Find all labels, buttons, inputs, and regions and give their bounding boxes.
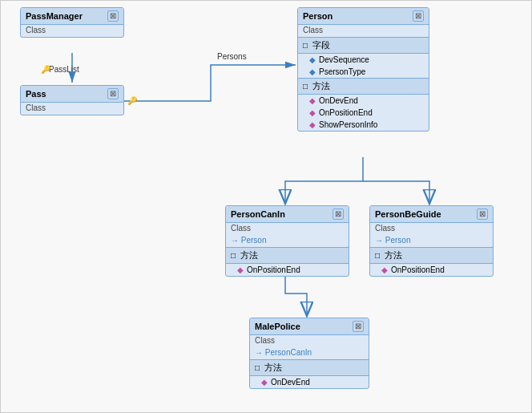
- pass-header: Pass ⊠: [21, 86, 123, 103]
- field-icon-1: ◆: [309, 55, 316, 64]
- personbeguide-methods-header: □ 方法: [370, 247, 493, 264]
- method-icon-3: ◆: [309, 120, 316, 129]
- passmanager-title: PassManager: [26, 11, 83, 21]
- svg-text:🔑: 🔑: [127, 95, 138, 106]
- person-fields-label: 字段: [312, 39, 330, 51]
- pass-collapse-btn[interactable]: ⊠: [107, 88, 119, 99]
- person-method-ondevend: ◆ OnDevEnd: [298, 95, 429, 107]
- personcanin-collapse-btn[interactable]: ⊠: [332, 209, 344, 220]
- personcanin-box: PersonCanIn ⊠ Class → Person □ 方法 ◆ OnPo…: [225, 205, 349, 277]
- person-field-devsequence: ◆ DevSequence: [298, 54, 429, 66]
- pass-box: Pass ⊠ Class: [20, 85, 124, 115]
- personcanin-title: PersonCanIn: [231, 209, 285, 219]
- method-icon-pbg: ◆: [381, 265, 388, 274]
- passmanager-subtitle: Class: [21, 25, 123, 37]
- malepolice-header: MalePolice ⊠: [250, 318, 369, 335]
- passmanager-box: PassManager ⊠ Class: [20, 7, 124, 38]
- person-method-showpersoninfo: ◆ ShowPersonInfo: [298, 119, 429, 131]
- svg-text:🔑: 🔑: [41, 64, 51, 75]
- method-icon-pci: ◆: [237, 265, 244, 274]
- malepolice-inherit: → PersonCanIn: [250, 347, 369, 359]
- passmanager-header: PassManager ⊠: [21, 8, 123, 25]
- person-methods-label: 方法: [312, 80, 330, 92]
- malepolice-collapse-btn[interactable]: ⊠: [353, 321, 364, 332]
- person-subtitle: Class: [298, 25, 429, 37]
- malepolice-methods-label: 方法: [264, 362, 282, 374]
- malepolice-method-ondevend: ◆ OnDevEnd: [250, 376, 369, 388]
- uml-canvas: PassList 🔑 Persons 🔑 PassManager ⊠ Class…: [0, 0, 532, 413]
- pass-subtitle: Class: [21, 103, 123, 115]
- person-method-onpositionend: ◆ OnPositionEnd: [298, 107, 429, 119]
- personbeguide-method-onpositionend: ◆ OnPositionEnd: [370, 264, 493, 276]
- field-icon-2: ◆: [309, 67, 316, 76]
- svg-text:Persons: Persons: [217, 52, 247, 61]
- malepolice-subtitle: Class: [250, 335, 369, 347]
- passmanager-collapse-btn[interactable]: ⊠: [107, 10, 119, 22]
- person-header: Person ⊠: [298, 8, 429, 25]
- personcanin-method-onpositionend: ◆ OnPositionEnd: [226, 264, 349, 276]
- method-icon-mp: ◆: [261, 378, 268, 387]
- personcanin-inherit: → Person: [226, 235, 349, 247]
- personbeguide-methods-label: 方法: [385, 249, 402, 261]
- personbeguide-collapse-btn[interactable]: ⊠: [477, 209, 488, 220]
- personcanin-methods-label: 方法: [240, 249, 258, 261]
- person-fields-header: □ 字段: [298, 37, 429, 54]
- person-collapse-btn[interactable]: ⊠: [413, 10, 424, 22]
- personbeguide-header: PersonBeGuide ⊠: [370, 206, 493, 223]
- malepolice-box: MalePolice ⊠ Class → PersonCanIn □ 方法 ◆ …: [249, 318, 369, 389]
- pass-title: Pass: [26, 89, 46, 99]
- svg-text:PassList: PassList: [49, 65, 79, 74]
- personcanin-header: PersonCanIn ⊠: [226, 206, 349, 223]
- method-icon-1: ◆: [309, 96, 316, 105]
- personbeguide-box: PersonBeGuide ⊠ Class → Person □ 方法 ◆ On…: [369, 205, 494, 277]
- malepolice-methods-header: □ 方法: [250, 359, 369, 376]
- personcanin-subtitle: Class: [226, 223, 349, 235]
- person-title: Person: [303, 11, 332, 21]
- personbeguide-subtitle: Class: [370, 223, 493, 235]
- person-box: Person ⊠ Class □ 字段 ◆ DevSequence ◆ Pser…: [297, 7, 429, 132]
- person-field-psersontype: ◆ PsersonType: [298, 66, 429, 78]
- personcanin-methods-header: □ 方法: [226, 247, 349, 264]
- personbeguide-inherit: → Person: [370, 235, 493, 247]
- person-methods-header: □ 方法: [298, 78, 429, 95]
- malepolice-title: MalePolice: [255, 322, 300, 331]
- personbeguide-title: PersonBeGuide: [375, 209, 441, 219]
- method-icon-2: ◆: [309, 108, 316, 117]
